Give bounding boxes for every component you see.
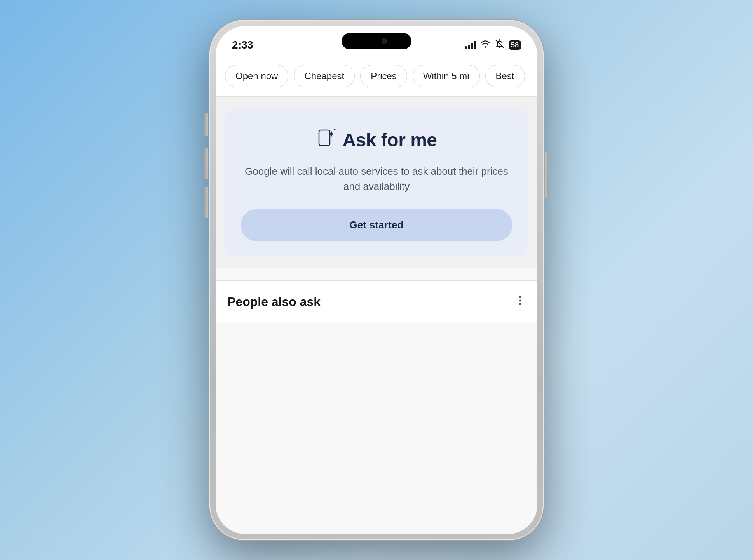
svg-point-3 xyxy=(519,300,521,302)
phone-device: 2:33 xyxy=(209,20,544,540)
main-content: Ask for me Google will call local auto s… xyxy=(216,97,537,268)
phone-screen: 2:33 xyxy=(216,26,537,534)
notification-bell-icon xyxy=(495,39,505,51)
chip-open-now[interactable]: Open now xyxy=(225,65,288,87)
phone-sparkle-icon xyxy=(316,128,336,152)
people-also-ask-section: People also ask xyxy=(216,281,537,323)
signal-bar-2 xyxy=(468,45,470,49)
status-time: 2:33 xyxy=(232,39,253,51)
silent-switch[interactable] xyxy=(204,113,208,136)
get-started-button[interactable]: Get started xyxy=(241,209,512,241)
signal-bar-4 xyxy=(474,41,476,49)
front-camera xyxy=(382,38,387,44)
volume-down-button[interactable] xyxy=(204,187,208,218)
ask-title-row: Ask for me xyxy=(241,128,512,152)
chip-cheapest[interactable]: Cheapest xyxy=(294,65,355,87)
dynamic-island xyxy=(342,33,411,49)
status-icons: 58 xyxy=(465,39,521,51)
svg-point-4 xyxy=(519,303,521,305)
battery-level: 58 xyxy=(511,42,519,49)
svg-rect-1 xyxy=(321,132,328,143)
people-also-ask-title: People also ask xyxy=(227,295,321,309)
filter-chips-row: Open now Cheapest Prices Within 5 mi Bes… xyxy=(216,56,537,96)
power-button[interactable] xyxy=(545,152,549,198)
volume-up-button[interactable] xyxy=(204,148,208,179)
signal-strength-icon xyxy=(465,41,476,49)
chip-within-5mi[interactable]: Within 5 mi xyxy=(413,65,480,87)
chip-prices[interactable]: Prices xyxy=(360,65,407,87)
ask-for-me-title: Ask for me xyxy=(342,129,437,151)
content-area: Open now Cheapest Prices Within 5 mi Bes… xyxy=(216,56,537,534)
ask-for-me-card: Ask for me Google will call local auto s… xyxy=(225,108,528,257)
signal-bar-1 xyxy=(465,46,467,49)
svg-point-2 xyxy=(519,296,521,298)
chip-best[interactable]: Best xyxy=(485,65,525,87)
more-options-icon[interactable] xyxy=(515,295,526,309)
signal-bar-3 xyxy=(471,43,473,49)
battery-indicator: 58 xyxy=(509,40,521,50)
ask-for-me-description: Google will call local auto services to … xyxy=(241,164,512,194)
wifi-icon xyxy=(480,40,491,50)
